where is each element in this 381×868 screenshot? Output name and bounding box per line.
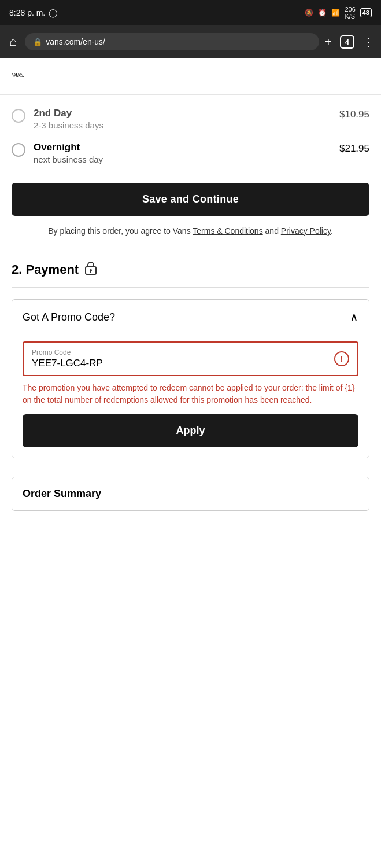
promo-error-message: The promotion you have attempted to rede… <box>23 382 358 406</box>
status-icons: 🔕 ⏰ 📶 206K/S 48 <box>305 6 372 20</box>
vans-logo: VANS. <box>12 67 369 89</box>
radio-overnight[interactable] <box>12 143 25 157</box>
save-continue-button[interactable]: Save and Continue <box>12 183 369 216</box>
save-continue-wrap: Save and Continue <box>0 177 381 225</box>
promo-title: Got A Promo Code? <box>23 311 115 323</box>
order-summary-title: Order Summary <box>23 488 101 500</box>
terms-text: By placing this order, you agree to Vans… <box>0 225 381 249</box>
svg-point-1 <box>90 269 92 271</box>
new-tab-button[interactable]: + <box>325 35 332 49</box>
shipping-option-2ndday[interactable]: 2nd Day 2-3 business days $10.95 <box>12 102 369 136</box>
payment-header: 2. Payment <box>0 249 381 287</box>
security-icon: 🔒 <box>33 38 42 46</box>
shipping-label-overnight: Overnight next business day <box>34 142 331 164</box>
promo-section: Got A Promo Code? ∧ Promo Code YEE7-LGC4… <box>12 299 369 458</box>
order-summary-header[interactable]: Order Summary <box>12 477 369 510</box>
url-bar[interactable]: 🔒 vans.com/en-us/ <box>25 33 319 50</box>
promo-body: Promo Code YEE7-LGC4-RP ! The promotion … <box>12 334 369 458</box>
shipping-option-overnight[interactable]: Overnight next business day $21.95 <box>12 136 369 170</box>
status-time: 8:28 p. m. ◯ <box>9 8 58 17</box>
browser-bar: ⌂ 🔒 vans.com/en-us/ + 4 ⋮ <box>0 25 381 58</box>
promo-header[interactable]: Got A Promo Code? ∧ <box>12 300 369 334</box>
chevron-up-icon: ∧ <box>350 310 358 324</box>
shipping-label-2ndday: 2nd Day 2-3 business days <box>34 108 331 130</box>
lock-icon <box>84 261 97 278</box>
battery-indicator: 48 <box>360 8 372 17</box>
tabs-button[interactable]: 4 <box>340 35 354 49</box>
error-circle: ! <box>334 351 349 366</box>
more-options-button[interactable]: ⋮ <box>362 35 374 49</box>
wifi-icon: 📶 <box>331 9 340 17</box>
browser-actions: + 4 ⋮ <box>325 35 374 49</box>
terms-link[interactable]: Terms & Conditions <box>193 226 262 236</box>
promo-input-value: YEE7-LGC4-RP <box>32 358 103 369</box>
signal-icon: 206K/S <box>345 6 355 20</box>
status-bar: 8:28 p. m. ◯ 🔕 ⏰ 📶 206K/S 48 <box>0 0 381 25</box>
alarm-icon: ⏰ <box>318 9 327 17</box>
promo-input-label: Promo Code <box>32 348 331 356</box>
payment-title: 2. Payment <box>12 262 79 277</box>
page-content: VANS. 2nd Day 2-3 business days $10.95 O… <box>0 58 381 528</box>
promo-error-icon: ! <box>334 351 349 366</box>
notifications-off-icon: 🔕 <box>305 9 313 17</box>
privacy-link[interactable]: Privacy Policy <box>281 226 331 236</box>
whatsapp-icon: ◯ <box>49 8 58 17</box>
home-button[interactable]: ⌂ <box>7 34 19 49</box>
order-summary-section: Order Summary <box>12 477 369 511</box>
shipping-section: 2nd Day 2-3 business days $10.95 Overnig… <box>0 95 381 177</box>
apply-button[interactable]: Apply <box>23 414 358 447</box>
logo-bar: VANS. <box>0 58 381 95</box>
radio-2ndday[interactable] <box>12 109 25 123</box>
promo-input-field[interactable]: Promo Code YEE7-LGC4-RP ! <box>23 341 358 376</box>
